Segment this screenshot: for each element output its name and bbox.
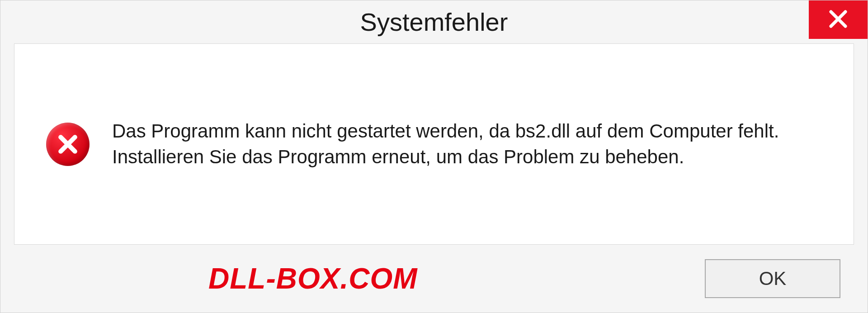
error-icon	[46, 123, 90, 166]
ok-button[interactable]: OK	[705, 259, 840, 298]
error-message: Das Programm kann nicht gestartet werden…	[112, 119, 790, 170]
system-error-dialog: Systemfehler Das Programm kann nicht ges…	[0, 0, 868, 313]
close-icon	[827, 8, 849, 32]
dialog-title: Systemfehler	[360, 7, 508, 37]
titlebar: Systemfehler	[0, 0, 868, 43]
content-area: Das Programm kann nicht gestartet werden…	[14, 43, 854, 245]
footer: DLL-BOX.COM OK	[0, 245, 868, 313]
close-button[interactable]	[809, 0, 868, 39]
watermark-text: DLL-BOX.COM	[208, 262, 418, 295]
